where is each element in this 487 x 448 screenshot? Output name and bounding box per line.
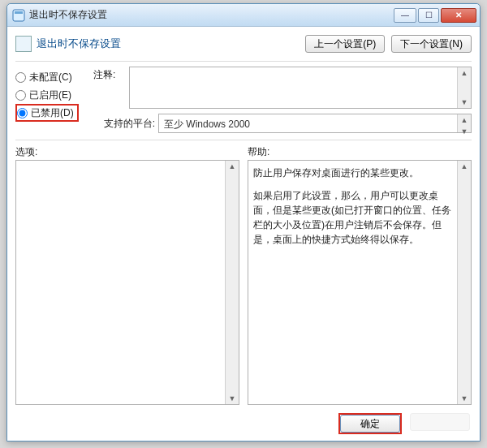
titlebar[interactable]: 退出时不保存设置 — ☐ ✕ bbox=[7, 4, 480, 27]
scroll-down-icon: ▼ bbox=[461, 126, 468, 137]
platform-value: 至少 Windows 2000 bbox=[164, 118, 250, 130]
radio-not-configured-label: 未配置(C) bbox=[29, 71, 72, 84]
help-paragraph-2: 如果启用了此设置，那么，用户可以更改桌面，但是某些更改(如已打开窗口的位置、任务… bbox=[253, 188, 455, 247]
options-panel: 选项: ▲ ▼ bbox=[15, 145, 239, 405]
previous-setting-button[interactable]: 上一个设置(P) bbox=[305, 35, 385, 53]
window-controls: — ☐ ✕ bbox=[392, 8, 476, 23]
radio-not-configured-input[interactable] bbox=[15, 72, 26, 83]
minimize-button[interactable]: — bbox=[394, 8, 416, 23]
comment-scrollbar[interactable]: ▲ ▼ bbox=[457, 67, 471, 108]
platform-label: 支持的平台: bbox=[93, 117, 158, 131]
options-box: ▲ ▼ bbox=[15, 160, 239, 405]
divider bbox=[15, 140, 472, 140]
help-box: 防止用户保存对桌面进行的某些更改。 如果启用了此设置，那么，用户可以更改桌面，但… bbox=[248, 160, 472, 405]
divider bbox=[15, 61, 472, 62]
secondary-button-placeholder bbox=[410, 413, 470, 431]
footer: 确定 bbox=[15, 405, 472, 436]
radio-disabled-input[interactable] bbox=[17, 108, 28, 118]
app-icon bbox=[12, 9, 25, 22]
next-setting-button[interactable]: 下一个设置(N) bbox=[391, 35, 472, 53]
scroll-up-icon: ▲ bbox=[461, 67, 468, 79]
radio-enabled[interactable]: 已启用(E) bbox=[15, 86, 93, 104]
policy-title: 退出时不保存设置 bbox=[37, 37, 305, 51]
help-panel: 帮助: 防止用户保存对桌面进行的某些更改。 如果启用了此设置，那么，用户可以更改… bbox=[248, 145, 472, 405]
config-row: 未配置(C) 已启用(E) 已禁用(D) 注释: bbox=[15, 67, 472, 133]
comment-textbox[interactable]: ▲ ▼ bbox=[129, 67, 472, 109]
platform-box: 至少 Windows 2000 ▲ ▼ bbox=[158, 114, 472, 133]
panels: 选项: ▲ ▼ 帮助: 防止用户保存对桌面进行的某些更改。 如果启用了此设置，那… bbox=[15, 145, 472, 405]
help-text: 防止用户保存对桌面进行的某些更改。 如果启用了此设置，那么，用户可以更改桌面，但… bbox=[253, 166, 455, 247]
svg-rect-1 bbox=[15, 11, 23, 14]
scroll-down-icon: ▼ bbox=[229, 393, 236, 404]
radio-not-configured[interactable]: 未配置(C) bbox=[15, 68, 93, 86]
help-label: 帮助: bbox=[248, 145, 472, 160]
ok-button[interactable]: 确定 bbox=[340, 415, 400, 433]
scroll-down-icon: ▼ bbox=[461, 97, 468, 108]
radio-enabled-label: 已启用(E) bbox=[29, 88, 71, 102]
close-button[interactable]: ✕ bbox=[441, 8, 476, 23]
header-row: 退出时不保存设置 上一个设置(P) 下一个设置(N) bbox=[15, 27, 472, 58]
policy-icon bbox=[15, 36, 32, 52]
help-paragraph-1: 防止用户保存对桌面进行的某些更改。 bbox=[253, 166, 455, 180]
dialog-window: 退出时不保存设置 — ☐ ✕ 退出时不保存设置 上一个设置(P) 下一个设置(N… bbox=[6, 3, 481, 442]
platform-scrollbar[interactable]: ▲ ▼ bbox=[457, 114, 471, 132]
options-label: 选项: bbox=[15, 145, 239, 160]
highlight-disabled: 已禁用(D) bbox=[15, 104, 79, 122]
radio-disabled[interactable]: 已禁用(D) bbox=[17, 104, 74, 122]
maximize-button[interactable]: ☐ bbox=[418, 8, 439, 23]
comment-label: 注释: bbox=[93, 67, 129, 109]
highlight-ok: 确定 bbox=[338, 413, 402, 434]
state-radios: 未配置(C) 已启用(E) 已禁用(D) bbox=[15, 67, 93, 122]
help-scrollbar[interactable]: ▲ ▼ bbox=[457, 161, 471, 404]
scroll-down-icon: ▼ bbox=[461, 393, 468, 404]
radio-enabled-input[interactable] bbox=[15, 90, 26, 101]
scroll-up-icon: ▲ bbox=[229, 161, 236, 172]
options-scrollbar[interactable]: ▲ ▼ bbox=[225, 161, 239, 404]
window-title: 退出时不保存设置 bbox=[29, 8, 392, 22]
radio-disabled-label: 已禁用(D) bbox=[31, 106, 74, 120]
scroll-up-icon: ▲ bbox=[461, 161, 468, 172]
scroll-up-icon: ▲ bbox=[461, 114, 468, 126]
comment-area: 注释: ▲ ▼ 支持的平台: 至少 Windows 2000 ▲ bbox=[93, 67, 472, 133]
client-area: 退出时不保存设置 上一个设置(P) 下一个设置(N) 未配置(C) 已启用(E) bbox=[7, 27, 480, 441]
